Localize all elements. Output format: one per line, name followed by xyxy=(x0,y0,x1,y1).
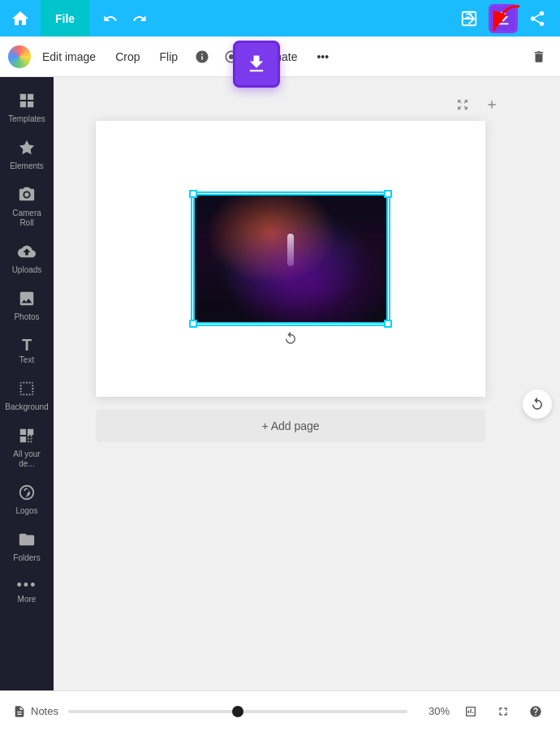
color-picker-icon[interactable] xyxy=(8,45,31,68)
fullscreen-button[interactable] xyxy=(492,700,515,723)
home-button[interactable] xyxy=(0,0,41,37)
page-tools-top xyxy=(70,93,511,116)
share-button[interactable] xyxy=(523,4,552,33)
handle-top-left[interactable] xyxy=(189,190,197,198)
selected-image-container[interactable] xyxy=(193,194,388,324)
main-layout: Templates Elements Camera Roll xyxy=(0,77,560,731)
uploads-label: Uploads xyxy=(12,265,42,275)
sidebar-item-photos[interactable]: Photos xyxy=(2,283,51,329)
logos-label: Logos xyxy=(15,506,37,516)
sidebar-item-folders[interactable]: Folders xyxy=(2,524,51,570)
notes-label: Notes xyxy=(31,705,58,717)
expand-page-icon[interactable] xyxy=(451,93,474,116)
page-scroll-area: + Add page xyxy=(54,77,560,731)
header-right xyxy=(454,4,560,33)
sidebar-item-uploads[interactable]: Uploads xyxy=(2,236,51,282)
add-to-page-icon[interactable] xyxy=(480,93,503,116)
uploads-icon xyxy=(18,243,36,263)
toolbar-right xyxy=(526,44,552,70)
text-label: Text xyxy=(19,355,34,365)
templates-icon xyxy=(18,92,36,112)
text-icon: T xyxy=(22,337,32,353)
photos-icon xyxy=(18,290,36,310)
delete-icon[interactable] xyxy=(526,44,552,70)
save-to-folder-button[interactable] xyxy=(454,4,484,33)
download-popup xyxy=(233,41,280,88)
add-page-button[interactable]: + Add page xyxy=(96,410,485,442)
right-tools xyxy=(523,389,552,419)
help-button[interactable] xyxy=(524,700,547,723)
handle-bottom-right[interactable] xyxy=(384,320,392,328)
undo-button[interactable] xyxy=(97,6,123,32)
background-label: Background xyxy=(5,402,48,412)
sidebar-item-background[interactable]: Background xyxy=(2,373,51,419)
templates-label: Templates xyxy=(8,114,45,124)
rotate-tool-button[interactable] xyxy=(523,389,552,419)
sidebar-item-text[interactable]: T Text xyxy=(2,330,51,372)
info-icon[interactable] xyxy=(189,44,215,70)
handle-bottom-left[interactable] xyxy=(189,320,197,328)
folders-label: Folders xyxy=(13,553,40,563)
canvas-image xyxy=(193,194,388,324)
all-yours-label: All your de... xyxy=(6,449,48,469)
sidebar-item-logos[interactable]: Logos xyxy=(2,477,51,522)
rotate-handle[interactable] xyxy=(282,330,299,346)
crop-button[interactable]: Crop xyxy=(107,45,148,68)
canvas-area: + Add page xyxy=(54,77,560,731)
timeline-track[interactable] xyxy=(68,710,407,713)
notes-button[interactable]: Notes xyxy=(13,705,58,718)
header: File xyxy=(0,0,560,37)
logos-icon xyxy=(18,484,36,504)
undo-redo-group xyxy=(89,6,161,32)
more-label: More xyxy=(18,595,37,604)
bottom-bar: Notes 30% xyxy=(0,690,560,731)
flip-button[interactable]: Flip xyxy=(152,45,187,68)
all-yours-icon xyxy=(18,427,36,447)
background-icon xyxy=(18,380,36,400)
photos-label: Photos xyxy=(14,312,39,322)
redo-button[interactable] xyxy=(127,6,153,32)
file-menu[interactable]: File xyxy=(41,0,89,37)
download-popup-button[interactable] xyxy=(233,41,280,88)
timeline-thumb[interactable] xyxy=(232,706,243,717)
sidebar-item-all-yours[interactable]: All your de... xyxy=(2,420,51,475)
sidebar-item-templates[interactable]: Templates xyxy=(2,85,51,131)
elements-icon xyxy=(18,139,36,159)
timeline-container xyxy=(68,710,407,713)
toolbar: Edit image Crop Flip Animate ••• xyxy=(0,37,560,77)
download-button[interactable] xyxy=(489,4,518,33)
sidebar-item-elements[interactable]: Elements xyxy=(2,132,51,178)
page-canvas xyxy=(96,121,485,397)
zoom-level: 30% xyxy=(417,705,450,717)
camera-roll-label: Camera Roll xyxy=(6,209,48,228)
handle-top-right[interactable] xyxy=(384,190,392,198)
camera-roll-icon xyxy=(18,186,36,206)
sidebar-item-camera-roll[interactable]: Camera Roll xyxy=(2,179,51,234)
folders-icon xyxy=(18,531,36,551)
header-left: File xyxy=(0,0,161,37)
more-button[interactable]: ••• xyxy=(308,45,337,68)
more-icon: ••• xyxy=(17,578,37,592)
edit-image-button[interactable]: Edit image xyxy=(34,45,104,68)
page-number-button[interactable] xyxy=(459,700,482,723)
elements-label: Elements xyxy=(10,161,44,171)
sidebar-item-more[interactable]: ••• More xyxy=(2,571,51,611)
sidebar: Templates Elements Camera Roll xyxy=(0,77,54,731)
